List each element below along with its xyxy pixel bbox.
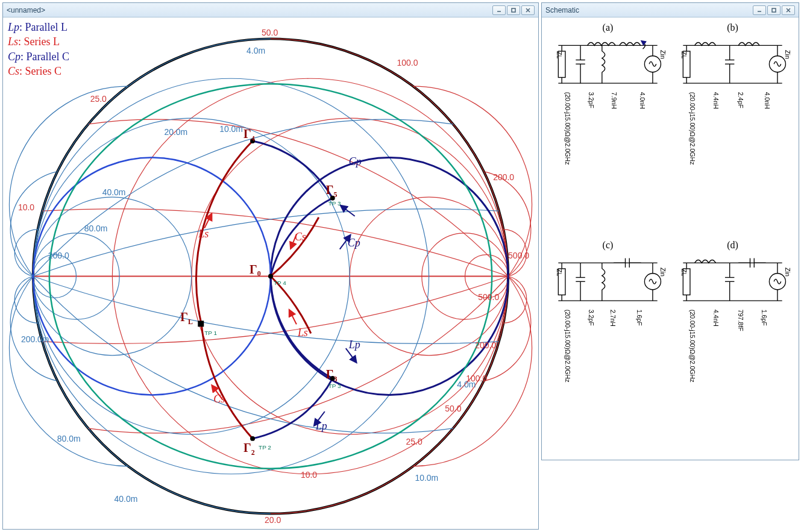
g-tick: 200.0m: [21, 334, 49, 344]
schematic-c-label: (c): [603, 240, 614, 251]
ls-label-1: Ls: [198, 228, 209, 240]
legend-ls: Ls: Series L: [8, 34, 69, 49]
window-buttons-right: [753, 5, 795, 15]
g-tick: 20.0m: [164, 127, 187, 137]
svg-text:4.4nH: 4.4nH: [712, 92, 720, 109]
svg-rect-1: [512, 8, 515, 12]
g-tick: 4.0m: [457, 380, 476, 389]
svg-text:ZL: ZL: [556, 269, 563, 276]
g-tick: 10.0m: [415, 473, 438, 483]
svg-point-26: [250, 436, 255, 441]
svg-text:Zin: Zin: [784, 268, 791, 277]
g-tick: 200.0: [48, 251, 69, 260]
g-tick: 10.0m: [219, 124, 243, 134]
svg-text:797.8fF: 797.8fF: [737, 310, 744, 332]
svg-line-19: [291, 312, 297, 324]
lp-label-2: Lp: [315, 420, 327, 432]
r-tick: 25.0: [406, 437, 422, 446]
lp-label-1: Lp: [348, 339, 360, 351]
schematic-a: (a): [547, 22, 669, 237]
r-tick: 50.0: [262, 28, 278, 37]
schematic-a-label: (a): [603, 22, 614, 33]
cs-label-2: Cs: [213, 393, 225, 405]
g-tick: 4.0m: [247, 46, 265, 55]
zl-label: ZL: [556, 51, 563, 58]
tp4-label: TP 4: [274, 280, 286, 286]
r-tick: 10.0: [18, 202, 34, 212]
schematic-b-label: (b): [727, 22, 738, 33]
svg-text:Zin: Zin: [659, 268, 667, 277]
maximize-button[interactable]: [507, 5, 520, 15]
gammaL-label: ΓL: [180, 310, 193, 326]
svg-text:(20.00-j15.00)Ω@2.0GHz: (20.00-j15.00)Ω@2.0GHz: [689, 92, 696, 165]
schematic-grid: (a): [542, 17, 799, 460]
svg-text:ZL: ZL: [680, 51, 688, 58]
svg-rect-25: [198, 321, 204, 327]
r-tick: 200.0: [475, 340, 496, 350]
g-tick: 80.0m: [57, 434, 81, 443]
svg-text:3.2pF: 3.2pF: [588, 310, 595, 327]
svg-text:(20.00-j15.00)Ω@2.0GHz: (20.00-j15.00)Ω@2.0GHz: [689, 310, 696, 383]
close-button[interactable]: [521, 5, 535, 15]
svg-text:1.6pF: 1.6pF: [761, 310, 768, 327]
svg-text:Zin: Zin: [784, 50, 791, 59]
cp-label-2: Cp: [348, 237, 360, 249]
r-tick: 100.0: [397, 58, 418, 67]
svg-text:(20.00-j15.00)Ω@2.0GHz: (20.00-j15.00)Ω@2.0GHz: [564, 310, 571, 383]
cs-label-1: Cs: [295, 231, 306, 243]
svg-text:1.6pF: 1.6pF: [636, 310, 643, 327]
minimize-button[interactable]: [492, 5, 506, 15]
window-title-left: <unnamed>: [7, 6, 492, 14]
schematic-b: (b) Zin ZL 4.0nH 2.4pF 4.: [671, 22, 794, 237]
svg-text:2.7nH: 2.7nH: [609, 310, 617, 327]
maximize-button[interactable]: [767, 5, 781, 15]
legend-cs: Cs: Series C: [8, 64, 69, 78]
schematic-c: (c) Zin ZL 1.6pF: [547, 240, 669, 455]
g-tick: 40.0m: [115, 494, 138, 504]
smith-chart-svg: Γ0 ΓL Γ2 Γ3 Γ4 Γ5 TP 1 TP 2 TP 3 TP 3 TP…: [3, 17, 538, 529]
legend-cp: Cp: Parallel C: [8, 49, 69, 64]
smith-chart-body: Lp: Parallel L Ls: Series L Cp: Parallel…: [3, 17, 538, 529]
g-tick: 80.0m: [84, 224, 108, 233]
val: (20.00-j15.00)Ω@2.0GHz: [564, 92, 571, 165]
val: 4.0nH: [639, 92, 646, 109]
tp1-label: TP 1: [204, 330, 217, 336]
r-tick: 500.0: [508, 251, 529, 260]
r-tick: 20.0: [265, 515, 281, 525]
r-tick: 50.0: [445, 404, 461, 413]
g-tick: 40.0m: [102, 187, 126, 197]
ls-label-2: Ls: [297, 327, 308, 339]
svg-text:4.0nH: 4.0nH: [764, 92, 771, 109]
legend: Lp: Parallel L Ls: Series L Cp: Parallel…: [8, 20, 69, 78]
window-title-right: Schematic: [545, 6, 753, 14]
smith-chart-pane: <unnamed> Lp: Parallel L Ls: Series L Cp…: [2, 2, 539, 530]
tp3a-label: TP 3: [328, 383, 341, 389]
gamma2-label: Γ2: [243, 441, 255, 457]
schematic-pane: Schematic (a): [541, 2, 799, 460]
legend-lp: Lp: Parallel L: [8, 20, 69, 34]
schematic-d: (d) Zin ZL 1.6pF 797.8fF: [671, 240, 794, 455]
tp2-label: TP 2: [259, 444, 271, 451]
zin-label: Zin: [659, 50, 667, 59]
titlebar-left: <unnamed>: [3, 3, 538, 17]
r-tick: 10.0: [301, 470, 317, 480]
r-tick: 25.0: [90, 94, 107, 104]
r-tick: 500.0: [478, 292, 499, 302]
svg-point-24: [268, 274, 273, 278]
val: 3.2pF: [588, 92, 595, 109]
r-tick: 200.0: [493, 172, 514, 182]
minimize-button[interactable]: [753, 5, 766, 15]
svg-text:ZL: ZL: [680, 269, 688, 276]
close-button[interactable]: [782, 5, 795, 15]
schematic-d-label: (d): [727, 240, 738, 251]
svg-text:4.4nH: 4.4nH: [712, 310, 720, 327]
cp-label-1: Cp: [349, 155, 362, 167]
window-buttons-left: [492, 5, 535, 15]
svg-text:2.4pF: 2.4pF: [737, 92, 744, 109]
val: 7.9nH: [611, 92, 618, 109]
titlebar-right: Schematic: [542, 3, 799, 17]
svg-rect-31: [772, 8, 776, 12]
tp3b-label: TP 3: [328, 200, 341, 207]
